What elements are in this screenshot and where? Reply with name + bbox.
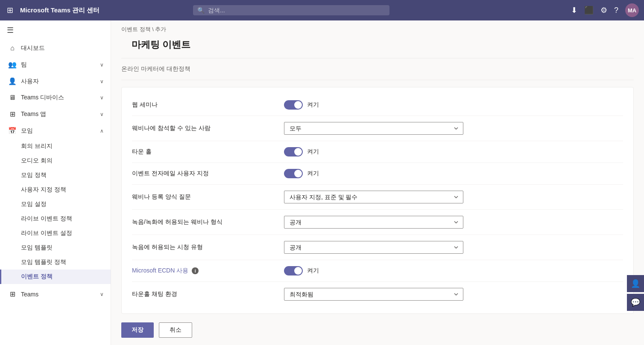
help-icon[interactable]: ? [614,6,618,15]
setting-control-recording-type: 공개 비공개 [284,241,623,254]
event-email-toggle-label: 켜기 [307,170,319,177]
chevron-up-icon: ∧ [100,128,104,134]
setting-label-ecdn: Microsoft ECDN 사용 i [132,267,277,275]
topbar-icons: ⬇ ⬛ ⚙ ? MA [571,3,639,17]
toggle-container-event-email: 켜기 [284,169,623,178]
setting-control-town-hall-env: 최적화됨 기본 [284,288,623,301]
sidebar-sub-label: 라이브 이벤트 정책 [21,215,72,223]
toggle-container-ecdn: 켜기 [284,266,623,275]
setting-label-webinar-attendees: 웨비나에 참석할 수 있는 사람 [132,125,277,132]
sidebar-sub-meeting-template[interactable]: 모임 템플릿 [0,241,111,255]
town-hall-toggle-label: 켜기 [307,148,319,156]
setting-row-webinar-attendees: 웨비나에 참석할 수 있는 사람 모두 조직 내부만 [132,116,623,141]
setting-control-town-hall: 켜기 [284,147,623,157]
sidebar-item-label: 사용자 [21,78,96,85]
webinar-attendees-select[interactable]: 모두 조직 내부만 [284,122,463,135]
sidebar-sub-label: 사용자 지정 정책 [21,186,66,194]
button-row: 저장 취소 [121,314,634,338]
setting-row-event-email: 이벤트 전자메일 사용자 지정 켜기 [132,163,623,185]
sidebar: ☰ ⌂ 대시보드 👥 팀 ∨ 👤 사용자 ∨ 🖥 Teams 디바이스 ∨ ⊞ … [0,20,111,345]
sidebar-sub-event-policy[interactable]: 이벤트 정책 [0,270,111,284]
users-icon: 👤 [8,77,17,85]
sidebar-item-teams-devices[interactable]: 🖥 Teams 디바이스 ∨ [0,90,111,106]
setting-row-webinar: 웹 세미나 켜기 [132,94,623,116]
sidebar-item-dashboard[interactable]: ⌂ 대시보드 [0,40,111,56]
side-action-user-btn[interactable]: 👤 [627,275,644,292]
sidebar-item-meetings[interactable]: 📅 모임 ∧ [0,122,111,139]
chevron-down-icon: ∨ [100,95,104,101]
sidebar-sub-meeting-template-policy[interactable]: 모임 템플릿 정책 [0,255,111,270]
download-icon[interactable]: ⬇ [571,6,577,15]
teams-bottom-icon: ⊞ [8,290,17,298]
content-area: 이벤트 정책 \ 추가 마케팅 이벤트 온라인 마케터에 대한정책 웹 세미나 [111,20,644,345]
setting-label-webinar-registration: 웨비나 등록 양식 질문 [132,193,277,201]
app-title: Microsoft Teams 관리 센터 [20,6,100,14]
ecdn-toggle[interactable] [284,266,303,275]
sidebar-sub-meeting-policy[interactable]: 모임 정책 [0,168,111,183]
chevron-down-icon: ∨ [100,111,104,117]
town-hall-toggle[interactable] [284,147,303,157]
setting-control-webinar-format: 공개 비공개 [284,216,623,229]
chevron-down-icon: ∨ [100,291,104,297]
setting-control-webinar: 켜기 [284,100,623,110]
setting-control-event-email: 켜기 [284,169,623,178]
cancel-button[interactable]: 취소 [159,322,192,338]
topbar: ⊞ Microsoft Teams 관리 센터 🔍 ⬇ ⬛ ⚙ ? MA [0,0,644,20]
sidebar-item-teams-bottom[interactable]: ⊞ Teams ∨ [0,286,111,302]
search-icon: 🔍 [197,7,205,14]
webinar-format-select[interactable]: 공개 비공개 [284,216,463,229]
sidebar-sub-label: 이벤트 정책 [21,273,53,281]
sidebar-sub-label: 모임 템플릿 정책 [21,258,66,266]
sidebar-sub-label: 오디오 회의 [21,157,53,165]
side-action-chat-btn[interactable]: 💬 [627,294,644,311]
sidebar-item-label: Teams 앱 [21,110,96,118]
setting-label-recording-type: 녹음에 허용되는 시청 유형 [132,244,277,251]
info-icon-ecdn[interactable]: i [192,267,199,274]
event-email-toggle[interactable] [284,169,303,178]
sidebar-sub-label: 모임 설정 [21,200,47,208]
sidebar-item-label: 팀 [21,61,96,69]
sidebar-toggle[interactable]: ☰ [0,20,111,40]
setting-row-town-hall: 타운 홀 켜기 [132,141,623,163]
sidebar-sub-live-event-settings[interactable]: 라이브 이벤트 설정 [0,226,111,241]
sidebar-sub-live-event-policy[interactable]: 라이브 이벤트 정책 [0,212,111,226]
sidebar-item-label: Teams 디바이스 [21,94,96,101]
webinar-toggle[interactable] [284,100,303,110]
recording-type-select[interactable]: 공개 비공개 [284,241,463,254]
webinar-registration-select[interactable]: 사용자 지정, 표준 및 필수 표준 및 필수 필수만 [284,191,463,203]
ecdn-toggle-label: 켜기 [307,267,319,275]
sidebar-item-users[interactable]: 👤 사용자 ∨ [0,73,111,90]
avatar[interactable]: MA [625,3,639,17]
side-actions: 👤 💬 [627,275,644,311]
setting-label-town-hall: 타운 홀 [132,148,277,156]
sidebar-sub-label: 라이브 이벤트 설정 [21,229,72,237]
sidebar-sub-custom-policy[interactable]: 사용자 지정 정책 [0,183,111,197]
policy-content: 온라인 마케터에 대한정책 웹 세미나 켜기 [121,58,634,345]
main-layout: ☰ ⌂ 대시보드 👥 팀 ∨ 👤 사용자 ∨ 🖥 Teams 디바이스 ∨ ⊞ … [0,20,644,345]
chevron-down-icon: ∨ [100,62,104,68]
grid-icon[interactable]: ⊞ [5,4,15,17]
setting-row-webinar-format: 녹음/녹화에 허용되는 웨비나 형식 공개 비공개 [132,210,623,235]
setting-label-webinar: 웹 세미나 [132,101,277,109]
sidebar-sub-conference-bridge[interactable]: 회의 브리지 [0,139,111,154]
save-button[interactable]: 저장 [121,322,154,338]
page-title: 마케팅 이벤트 [121,33,634,58]
setting-row-recording-type: 녹음에 허용되는 시청 유형 공개 비공개 [132,235,623,260]
town-hall-env-select[interactable]: 최적화됨 기본 [284,288,463,301]
devices-icon: 🖥 [8,94,17,101]
policy-subtitle: 온라인 마케터에 대한정책 [121,65,634,80]
setting-control-webinar-attendees: 모두 조직 내부만 [284,122,623,135]
search-input[interactable] [208,7,385,14]
sidebar-sub-label: 모임 템플릿 [21,244,53,252]
setting-row-ecdn: Microsoft ECDN 사용 i 켜기 [132,260,623,282]
setting-label-webinar-format: 녹음/녹화에 허용되는 웨비나 형식 [132,218,277,226]
sidebar-sub-audio-conference[interactable]: 오디오 회의 [0,154,111,168]
sidebar-item-label: 대시보드 [21,44,104,52]
settings-card: 웹 세미나 켜기 웨비나 [121,87,634,314]
settings-icon[interactable]: ⚙ [600,6,607,15]
sidebar-sub-meeting-settings[interactable]: 모임 설정 [0,197,111,212]
screen-icon[interactable]: ⬛ [584,6,594,15]
sidebar-item-teams[interactable]: 👥 팀 ∨ [0,56,111,73]
sidebar-item-teams-apps[interactable]: ⊞ Teams 앱 ∨ [0,106,111,122]
search-bar: 🔍 [193,5,389,15]
